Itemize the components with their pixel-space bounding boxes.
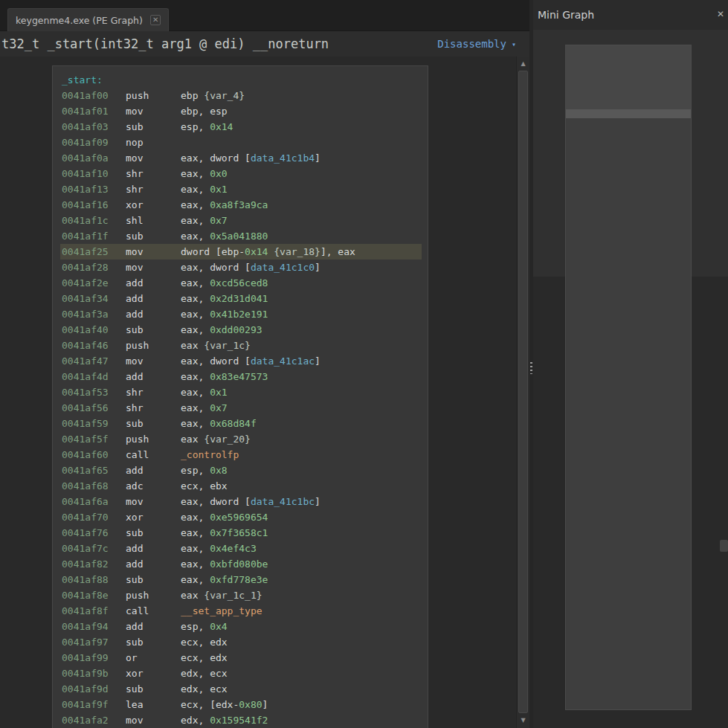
- disasm-row[interactable]: 0041af8fcall__set_app_type: [60, 603, 422, 619]
- disasm-row[interactable]: 0041afa2movedx, 0x159541f2: [60, 712, 422, 728]
- instruction-operands: eax, dword [data_41c1bc]: [181, 496, 320, 507]
- data-symbol-token[interactable]: data_41c1bc: [251, 496, 315, 507]
- call-symbol-token[interactable]: __set_app_type: [181, 605, 262, 616]
- register-token: ecx: [181, 637, 198, 648]
- disasm-row[interactable]: 0041af2eaddeax, 0xcd56ced8: [60, 275, 422, 291]
- disasm-row[interactable]: 0041af1fsubeax, 0x5a041880: [60, 228, 422, 244]
- instruction-mnemonic: sub: [126, 634, 181, 650]
- disasm-row[interactable]: 0041af82addeax, 0xbfd080be: [60, 556, 422, 572]
- text-token: ,: [198, 231, 210, 242]
- number-token: 0x8: [210, 465, 227, 476]
- number-token: 0x83e47573: [210, 371, 268, 382]
- register-token: ebp: [222, 246, 239, 257]
- disasm-row[interactable]: 0041af60call_controlfp: [60, 447, 422, 463]
- vertical-scrollbar[interactable]: ▲ ▼: [516, 57, 529, 728]
- tab-close-icon[interactable]: ✕: [150, 15, 161, 25]
- scroll-down-icon[interactable]: ▼: [517, 715, 529, 727]
- number-token: 0xdd00293: [210, 324, 262, 335]
- disasm-row[interactable]: 0041af9bxoredx, ecx: [60, 666, 422, 681]
- graph-view[interactable]: _start: 0041af00pushebp {var_4}0041af01m…: [0, 57, 516, 728]
- disasm-row[interactable]: 0041af70xoreax, 0xe5969654: [60, 509, 422, 525]
- view-mode-dropdown[interactable]: Disassembly ▾: [437, 38, 529, 50]
- disasm-row[interactable]: 0041af4daddeax, 0x83e47573: [60, 369, 422, 384]
- register-token: ebp: [181, 106, 198, 117]
- disasm-row[interactable]: 0041af56shreax, 0x7: [60, 400, 422, 416]
- disasm-row[interactable]: 0041af8epusheax {var_1c_1}: [60, 587, 422, 603]
- scroll-up-icon[interactable]: ▲: [517, 58, 529, 70]
- disasm-row[interactable]: 0041af68adcecx, ebx: [60, 478, 422, 494]
- disasm-row[interactable]: 0041af76subeax, 0x7f3658c1: [60, 525, 422, 541]
- register-token: edx: [210, 652, 227, 663]
- disasm-row[interactable]: 0041af09nop: [60, 135, 422, 150]
- instruction-address: 0041af60: [62, 447, 126, 463]
- disasm-row[interactable]: 0041af3aaddeax, 0x41b2e191: [60, 306, 422, 322]
- disasm-row[interactable]: 0041af46pusheax {var_1c}: [60, 338, 422, 353]
- data-symbol-token[interactable]: data_41c1ac: [251, 355, 315, 367]
- number-token: 0x5a041880: [210, 231, 268, 242]
- data-symbol-token[interactable]: data_41c1b4: [251, 152, 315, 164]
- stack-var-token[interactable]: {var_1c}: [204, 340, 251, 351]
- disasm-row[interactable]: 0041af99orecx, edx: [60, 650, 422, 666]
- text-token: ,: [198, 402, 210, 413]
- disasm-row[interactable]: 0041af5fpusheax {var_20}: [60, 431, 422, 447]
- instruction-operands: eax, dword [data_41c1b4]: [181, 152, 320, 164]
- basic-block-node: _start: 0041af00pushebp {var_4}0041af01m…: [52, 65, 428, 728]
- scrollbar-thumb[interactable]: [518, 71, 528, 713]
- register-token: eax: [181, 371, 198, 382]
- disasm-row[interactable]: 0041af00pushebp {var_4}: [60, 88, 422, 103]
- disasm-row[interactable]: 0041af94addesp, 0x4: [60, 619, 422, 634]
- disasm-row[interactable]: 0041af1cshleax, 0x7: [60, 213, 422, 228]
- register-token: eax: [338, 246, 355, 257]
- text-token: ,: [198, 199, 210, 210]
- instruction-address: 0041af94: [62, 619, 126, 634]
- instruction-address: 0041af2e: [62, 275, 126, 291]
- disasm-row[interactable]: 0041af28moveax, dword [data_41c1c0]: [60, 260, 422, 275]
- disasm-row[interactable]: 0041af7caddeax, 0x4ef4c3: [60, 541, 422, 556]
- instruction-address: 0041af25: [62, 244, 126, 260]
- mini-graph-canvas[interactable]: [533, 30, 728, 728]
- stack-var-token[interactable]: {var_4}: [204, 90, 245, 101]
- call-symbol-token[interactable]: _controlfp: [181, 449, 239, 460]
- instruction-mnemonic: shr: [126, 400, 181, 416]
- mini-graph-close-icon[interactable]: ✕: [717, 9, 724, 19]
- tab-keygenme4-pe-graph[interactable]: keygenme4.exe (PE Graph) ✕: [7, 8, 169, 31]
- mini-graph-node[interactable]: [565, 45, 692, 710]
- stack-var-token[interactable]: {var_1c_1}: [204, 590, 262, 601]
- text-token: ,: [198, 184, 210, 195]
- disasm-row[interactable]: 0041af6amoveax, dword [data_41c1bc]: [60, 494, 422, 509]
- disasm-row[interactable]: 0041af10shreax, 0x0: [60, 166, 422, 181]
- register-token: eax: [181, 434, 198, 445]
- stack-var-token[interactable]: {var_18}: [274, 246, 320, 257]
- instruction-operands: eax, 0xe5969654: [181, 512, 268, 523]
- register-token: eax: [181, 184, 198, 195]
- disasm-row[interactable]: 0041af0amoveax, dword [data_41c1b4]: [60, 150, 422, 166]
- disasm-row[interactable]: 0041af47moveax, dword [data_41c1ac]: [60, 353, 422, 369]
- disasm-row[interactable]: 0041af40subeax, 0xdd00293: [60, 322, 422, 338]
- stack-var-token[interactable]: {var_20}: [204, 434, 251, 445]
- instruction-mnemonic: sub: [126, 681, 181, 697]
- disasm-row[interactable]: 0041af01movebp, esp: [60, 103, 422, 119]
- instruction-operands: eax, 0x7: [181, 402, 228, 413]
- disasm-row[interactable]: 0041af88subeax, 0xfd778e3e: [60, 572, 422, 587]
- function-label[interactable]: _start:: [60, 72, 422, 88]
- instruction-mnemonic: push: [126, 587, 181, 603]
- disasm-row[interactable]: 0041af9fleaecx, [edx-0x80]: [60, 697, 422, 712]
- disasm-row[interactable]: 0041af16xoreax, 0xa8f3a9ca: [60, 197, 422, 213]
- disasm-row[interactable]: 0041af25movdword [ebp-0x14 {var_18}], ea…: [60, 244, 422, 260]
- number-token: 0x7: [210, 402, 227, 413]
- disasm-row[interactable]: 0041af34addeax, 0x2d31d041: [60, 291, 422, 306]
- mini-graph-scrollbar-thumb[interactable]: [720, 540, 728, 552]
- instruction-address: 0041af0a: [62, 150, 126, 166]
- chevron-down-icon: ▾: [512, 40, 516, 48]
- register-token: eax: [181, 558, 198, 570]
- disasm-row[interactable]: 0041af03subesp, 0x14: [60, 119, 422, 135]
- disasm-row[interactable]: 0041af65addesp, 0x8: [60, 463, 422, 478]
- disasm-row[interactable]: 0041af13shreax, 0x1: [60, 181, 422, 197]
- disasm-row[interactable]: 0041af97subecx, edx: [60, 634, 422, 650]
- disasm-row[interactable]: 0041af59subeax, 0x68d84f: [60, 416, 422, 431]
- data-symbol-token[interactable]: data_41c1c0: [251, 262, 315, 273]
- disasm-row[interactable]: 0041af53shreax, 0x1: [60, 384, 422, 400]
- disasm-row[interactable]: 0041af9dsubedx, ecx: [60, 681, 422, 697]
- text-token: ,: [198, 668, 210, 679]
- instruction-address: 0041af4d: [62, 369, 126, 384]
